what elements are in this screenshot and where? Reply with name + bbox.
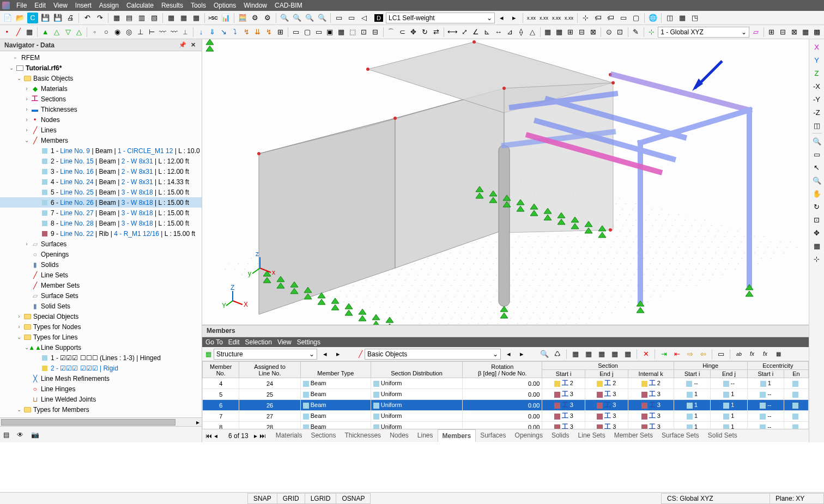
tab-member-sets[interactable]: Member Sets [610, 429, 657, 442]
arc2-icon[interactable]: ⊂ [397, 27, 407, 38]
table-row[interactable]: 828 Beam Uniform 0.00 工 3工 3工 3 1 1 -- [203, 422, 809, 429]
label-icon[interactable]: 🏷 [593, 13, 604, 23]
menu-calculate[interactable]: Calculate [123, 1, 157, 10]
sup1-icon[interactable]: ▲ [40, 27, 50, 38]
tree-node[interactable]: ›Types for Nodes [0, 321, 202, 332]
lc-select[interactable]: LC1 Self-weight⌄ [386, 13, 495, 23]
tab-surfaces[interactable]: Surfaces [476, 429, 510, 442]
tree-node[interactable]: ›•Nodes [0, 114, 202, 125]
tab-materials[interactable]: Materials [271, 429, 307, 442]
menu-tools[interactable]: Tools [187, 1, 209, 10]
sel3-icon[interactable]: ▭ [314, 27, 324, 38]
status-osnap[interactable]: OSNAP [336, 493, 371, 504]
snap-a-icon[interactable]: ⊙ [604, 27, 614, 38]
tree-node[interactable]: ▱Surface Sets [0, 290, 202, 301]
tab-next-icon[interactable]: ▸ [254, 432, 257, 440]
th-section[interactable]: Section [542, 362, 674, 370]
rel1-icon[interactable]: ◦ [90, 27, 100, 38]
bt-g2-icon[interactable]: ▦ [583, 349, 594, 360]
th-member-no[interactable]: MemberNo. [203, 362, 239, 378]
table1-icon[interactable]: ▦ [166, 13, 177, 23]
tree-node[interactable]: 7 - Line No. 27 | Beam | 3 - W 8x18 | L … [0, 208, 202, 218]
tree-node[interactable]: 1 - ☑☑☑ ☐☐☐ (Lines : 1-3) | Hinged [0, 353, 202, 363]
bt-exp2-icon[interactable]: ⇤ [671, 349, 682, 360]
axis-icon[interactable]: ⊹ [580, 13, 591, 23]
grid1-icon[interactable]: ▦ [111, 13, 122, 23]
grid3-icon[interactable]: ▥ [136, 13, 147, 23]
toggle1-icon[interactable]: ▭ [618, 13, 629, 23]
load8-icon[interactable]: ⊞ [276, 27, 286, 38]
th-type[interactable]: Member Type [300, 362, 371, 378]
render1-icon[interactable]: ⊞ [767, 27, 777, 38]
tab-prev-icon[interactable]: ◂ [214, 432, 217, 440]
v-yz-icon[interactable]: Y [811, 54, 822, 65]
dim-g-icon[interactable]: ⟠ [516, 27, 526, 38]
grid-d-icon[interactable]: ⊟ [577, 27, 587, 38]
sel8-icon[interactable]: ⊟ [371, 27, 380, 38]
tree-node[interactable]: ○Line Hinges [0, 384, 202, 394]
menu-window[interactable]: Window [240, 1, 270, 10]
sel5-icon[interactable]: ▦ [336, 27, 346, 38]
bt-exp4-icon[interactable]: ⇦ [698, 349, 708, 360]
menu-insert[interactable]: Insert [72, 1, 95, 10]
bt-find-icon[interactable]: 🔍 [539, 349, 550, 360]
th-rot[interactable]: Rotationβ [deg] / Node No. [463, 362, 542, 378]
tree-node[interactable]: ⌄Tutorial.rf6* [0, 63, 202, 73]
v-nx-icon[interactable]: -X [811, 81, 822, 92]
table-row[interactable]: 424 Beam Uniform 0.00 工 2工 2工 2 -- -- 1 [203, 378, 809, 389]
lc-next-icon[interactable]: ▸ [509, 13, 520, 23]
line-icon[interactable]: ╱ [14, 27, 23, 38]
zoom2-icon[interactable]: 🔍 [292, 13, 302, 23]
label2-icon[interactable]: 🏷 [605, 13, 616, 23]
dim-d-icon[interactable]: ⊾ [482, 27, 492, 38]
load3-icon[interactable]: ↘ [219, 27, 229, 38]
th-ik[interactable]: Internal k [628, 370, 674, 378]
tree-node[interactable]: ╱Member Sets [0, 280, 202, 290]
spring-icon[interactable]: 〰 [158, 27, 168, 38]
dim2-icon[interactable]: x.xx [538, 13, 549, 23]
th-he[interactable]: End j [711, 370, 747, 378]
v-ny-icon[interactable]: -Y [811, 94, 822, 105]
bt-msg-icon[interactable]: ▭ [716, 349, 726, 360]
bmenu-view[interactable]: View [277, 338, 292, 346]
move-icon[interactable]: ✥ [409, 27, 419, 38]
pin-icon[interactable]: 📌 [178, 41, 187, 50]
tab-sections[interactable]: Sections [306, 429, 340, 442]
tree-node[interactable]: 8 - Line No. 28 | Beam | 3 - W 8x18 | L … [0, 218, 202, 228]
bt-g4-icon[interactable]: ▦ [609, 349, 620, 360]
tree-node[interactable]: ○Openings [0, 249, 202, 259]
view3-icon[interactable]: ◳ [689, 13, 700, 23]
rot-icon[interactable]: ↻ [420, 27, 430, 38]
tree-node[interactable]: 2 - ☑☑☑ ☑☑☑ | Rigid [0, 363, 202, 373]
tab-first-icon[interactable]: ⏮ [205, 432, 212, 440]
grid2-icon[interactable]: ▤ [124, 13, 135, 23]
bsel2-prev-icon[interactable]: ◂ [503, 349, 514, 360]
calc-icon[interactable]: 🧮 [237, 13, 248, 23]
tree-node[interactable]: ›╱Lines [0, 125, 202, 135]
sel4-icon[interactable]: ▣ [325, 27, 335, 38]
cs-icon[interactable]: ⊹ [646, 27, 656, 38]
tree-node[interactable]: ›▬Thicknesses [0, 104, 202, 114]
bt-exp3-icon[interactable]: ⇨ [684, 349, 695, 360]
rigid-icon[interactable]: ⟂ [180, 27, 190, 38]
v-iso-icon[interactable]: ◫ [811, 120, 822, 131]
arc1-icon[interactable]: ⌒ [386, 27, 396, 38]
v-pan-icon[interactable]: ✋ [811, 188, 822, 199]
grid-a-icon[interactable]: ▦ [543, 27, 553, 38]
tab-members[interactable]: Members [438, 429, 476, 442]
dim-e-icon[interactable]: ↔ [494, 27, 504, 38]
v-xy-icon[interactable]: X [811, 41, 822, 52]
th-ej[interactable]: End j [585, 370, 628, 378]
tab-openings[interactable]: Openings [511, 429, 547, 442]
v-grid-icon[interactable]: ▦ [811, 240, 822, 251]
tree-node[interactable]: 5 - Line No. 25 | Beam | 3 - W 8x18 | L … [0, 187, 202, 197]
bt-fx-icon[interactable]: fx [747, 349, 758, 360]
script-icon[interactable]: >SC [208, 13, 219, 23]
tab-solids[interactable]: Solids [547, 429, 574, 442]
table-row[interactable]: 626 Beam Uniform 0.00 工 3工 3工 3 1 1 -- [203, 400, 809, 411]
lc-prev-icon[interactable]: ◂ [496, 13, 507, 23]
tree-node[interactable]: ╳Line Mesh Refinements [0, 373, 202, 384]
bt-filter-icon[interactable]: ♺ [552, 349, 563, 360]
members-table[interactable]: MemberNo. Assigned toLine No. Member Typ… [202, 361, 809, 429]
cube2-icon[interactable]: ▭ [346, 13, 357, 23]
